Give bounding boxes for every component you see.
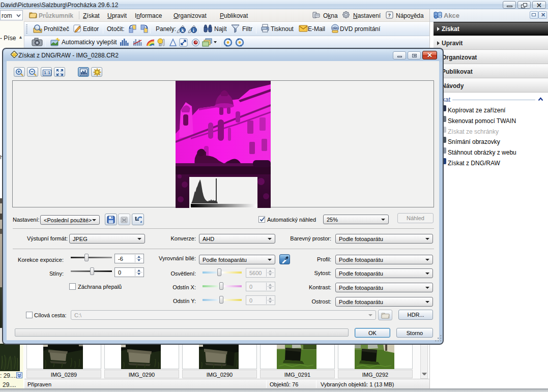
- svg-text:?: ?: [435, 16, 437, 19]
- svg-text:i: i: [193, 28, 194, 33]
- svg-text:DVD: DVD: [332, 27, 338, 30]
- svg-text:?: ?: [388, 13, 391, 18]
